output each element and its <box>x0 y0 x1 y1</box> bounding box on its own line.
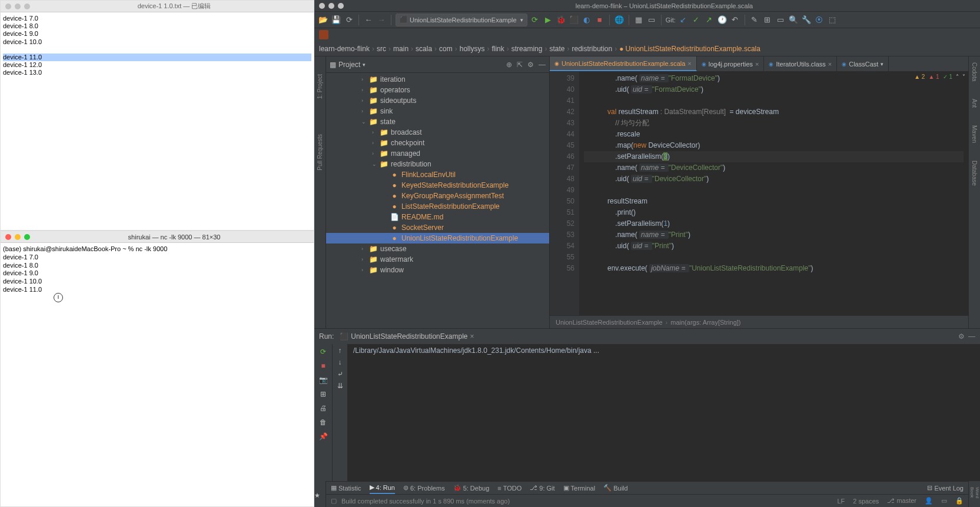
code-content[interactable]: .name( name = "FormatDevice") .uid( uid … <box>579 72 968 315</box>
project-tree[interactable]: ›📁iteration›📁operators›📁sideoutputs›📁sin… <box>326 73 549 328</box>
rerun-icon[interactable]: ⟳ <box>318 346 328 357</box>
debug-tab[interactable]: 🐞 5: Debug <box>453 484 490 492</box>
debug-icon[interactable]: 🐞 <box>556 15 566 25</box>
settings-icon[interactable]: ⬚ <box>827 15 838 25</box>
avatar-icon[interactable]: 👤 <box>925 497 933 505</box>
codota-tab[interactable]: Codota <box>971 62 978 81</box>
minimize-icon[interactable] <box>15 234 21 240</box>
git-push-icon[interactable]: ↗ <box>704 15 715 25</box>
maximize-icon[interactable] <box>24 4 30 9</box>
ant-tab[interactable]: Ant <box>971 99 978 108</box>
down-icon[interactable]: ˅ <box>962 74 965 80</box>
tree-item[interactable]: ⌄📁redistribution <box>326 159 549 169</box>
stop-icon[interactable]: ■ <box>318 361 328 371</box>
tree-item[interactable]: ›📁watermark <box>326 254 549 265</box>
ok-badge[interactable]: ✓ 1 <box>943 74 952 80</box>
breadcrumb[interactable]: learn-demo-flink›src›main›scala›com›holl… <box>314 41 980 56</box>
project-tab[interactable]: 1: Project <box>317 74 323 99</box>
camera-icon[interactable]: 📷 <box>318 375 328 385</box>
git-revert-icon[interactable]: ↶ <box>730 15 740 25</box>
up-icon[interactable]: ↑ <box>338 346 342 355</box>
git-branch[interactable]: ⎇ master <box>887 497 916 505</box>
build-tab[interactable]: 🔨 Build <box>603 484 627 492</box>
git-update-icon[interactable]: ↙ <box>678 15 689 25</box>
tree-item[interactable]: ›📁sink <box>326 106 549 116</box>
tree-item[interactable]: ›📁iteration <box>326 74 549 85</box>
tree-item[interactable]: 📄README.md <box>326 212 549 222</box>
print-icon[interactable]: 🖨 <box>318 403 328 413</box>
stop-icon[interactable]: ■ <box>594 15 605 25</box>
delete-icon[interactable]: 🗑 <box>318 417 328 428</box>
add-icon[interactable]: ⊞ <box>762 15 773 25</box>
error-badge[interactable]: ▲ 1 <box>928 74 939 80</box>
terminal-tab[interactable]: ▣ Terminal <box>563 484 596 492</box>
tree-item[interactable]: ›📁sideoutputs <box>326 95 549 106</box>
tree-item[interactable]: ●KeyGroupRangeAssignmentTest <box>326 191 549 201</box>
hide-icon[interactable]: — <box>968 332 975 341</box>
editor-tab[interactable]: ◉log4j.properties× <box>697 56 765 71</box>
browser-icon[interactable]: 🌐 <box>614 15 624 25</box>
close-icon[interactable] <box>319 3 325 9</box>
run-tab[interactable]: ▶ 4: Run <box>370 482 395 494</box>
profile-icon[interactable]: ◐ <box>582 15 592 25</box>
maven-tab[interactable]: Maven <box>971 125 978 143</box>
close-icon[interactable] <box>5 4 11 9</box>
gear-icon[interactable]: ⚙ <box>958 332 965 341</box>
target-icon[interactable]: ⊕ <box>506 61 512 69</box>
tree-item[interactable]: ●SocketServer <box>326 222 549 233</box>
maximize-icon[interactable] <box>338 3 344 9</box>
lock-icon[interactable] <box>955 497 964 505</box>
tree-item[interactable]: ›📁checkpoint <box>326 138 549 148</box>
wrap-icon[interactable]: ⤶ <box>337 370 343 378</box>
back-icon[interactable]: ← <box>363 15 374 25</box>
tool-windows-icon[interactable]: ▢ <box>331 497 337 505</box>
git-commit-icon[interactable]: ✓ <box>691 15 702 25</box>
reload-icon[interactable]: ⟳ <box>344 15 354 25</box>
tree-item[interactable]: ●FlinkLocalEnvUtil <box>326 169 549 180</box>
pull-requests-tab[interactable]: Pull Requests <box>317 134 323 171</box>
problems-tab[interactable]: ⊜ 6: Problems <box>403 484 445 492</box>
collapse-icon[interactable]: ⇱ <box>517 61 523 69</box>
editor-tab[interactable]: ◉IteratorUtils.class× <box>764 56 837 71</box>
git-history-icon[interactable]: 🕐 <box>717 15 727 25</box>
editor-tab[interactable]: ◉ClassCast▾ <box>837 56 889 71</box>
git-tab[interactable]: ⎇ 9: Git <box>530 484 554 492</box>
open-icon[interactable]: 📂 <box>318 15 328 25</box>
tree-item[interactable]: ›📁usecase <box>326 244 549 254</box>
up-icon[interactable]: ˄ <box>956 74 959 80</box>
layout-icon[interactable]: ▦ <box>633 15 644 25</box>
run-output[interactable]: /Library/Java/JavaVirtualMachines/jdk1.8… <box>347 344 980 481</box>
editor-tab[interactable]: ◉UnionListStateRedistributionExample.sca… <box>550 56 697 71</box>
tree-item[interactable]: ›📁window <box>326 265 549 275</box>
layout-icon[interactable]: ▭ <box>646 15 657 25</box>
scroll-icon[interactable]: ⇊ <box>337 382 343 390</box>
hide-icon[interactable]: — <box>539 61 546 69</box>
tree-item[interactable]: ●UnionListStateRedistributionExample <box>326 233 549 244</box>
tree-item[interactable]: ⌄📁state <box>326 116 549 127</box>
tools-icon[interactable]: 🔧 <box>801 15 812 25</box>
wordbook-tab[interactable]: Word Book <box>969 487 980 507</box>
tree-item[interactable]: ●ListStateRedistributionExample <box>326 201 549 212</box>
text-editor-content[interactable]: device-1 7.0device-1 8.0device-1 9.0devi… <box>1 12 314 79</box>
run-icon[interactable]: ▶ <box>543 15 553 25</box>
terminal-content[interactable]: (base) shirukai@shirukaideMacBook-Pro ~ … <box>1 243 314 296</box>
gear-icon[interactable]: ⚙ <box>527 61 534 69</box>
down-icon[interactable]: ↓ <box>338 358 342 366</box>
tree-item[interactable]: ›📁broadcast <box>326 127 549 138</box>
layout-icon[interactable]: ⊞ <box>318 389 328 399</box>
forward-icon[interactable]: → <box>376 15 387 25</box>
maximize-icon[interactable] <box>24 234 30 240</box>
line-ending[interactable]: LF <box>837 498 845 505</box>
editor-breadcrumb[interactable]: UnionListStateRedistributionExample › ma… <box>550 315 968 328</box>
minimize-icon[interactable] <box>15 4 21 9</box>
warning-badge[interactable]: ▲ 2 <box>914 74 925 80</box>
run-reload-icon[interactable]: ⟳ <box>530 15 540 25</box>
statistic-tab[interactable]: ▦ Statistic <box>331 484 361 492</box>
close-icon[interactable] <box>5 234 11 240</box>
indent-info[interactable]: 2 spaces <box>853 498 879 505</box>
star-icon[interactable]: ★ <box>314 492 320 499</box>
close-tab-icon[interactable]: × <box>470 332 474 341</box>
edit-icon[interactable]: ✎ <box>749 15 760 25</box>
code-editor[interactable]: 394041424344454647484950515253545556 .na… <box>550 72 968 315</box>
todo-tab[interactable]: ≡ TODO <box>497 485 521 492</box>
